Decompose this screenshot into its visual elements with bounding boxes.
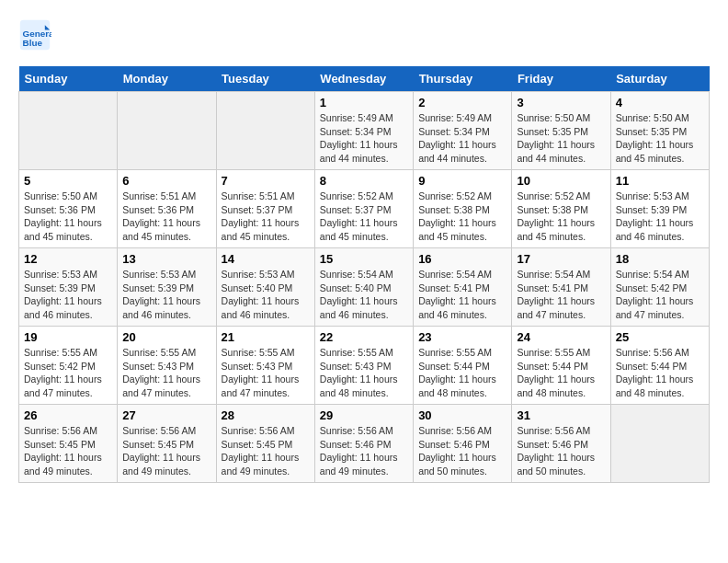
day-number: 27 xyxy=(122,408,210,422)
day-cell xyxy=(216,92,314,170)
day-number: 19 xyxy=(24,330,112,344)
day-cell: 15Sunrise: 5:54 AM Sunset: 5:40 PM Dayli… xyxy=(314,248,413,327)
day-info: Sunrise: 5:50 AM Sunset: 5:35 PM Dayligh… xyxy=(517,111,605,166)
day-cell: 1Sunrise: 5:49 AM Sunset: 5:34 PM Daylig… xyxy=(314,92,413,170)
day-info: Sunrise: 5:52 AM Sunset: 5:38 PM Dayligh… xyxy=(418,190,506,244)
day-info: Sunrise: 5:49 AM Sunset: 5:34 PM Dayligh… xyxy=(320,111,408,166)
day-cell: 24Sunrise: 5:55 AM Sunset: 5:44 PM Dayli… xyxy=(512,327,610,405)
day-number: 24 xyxy=(517,330,605,344)
day-header-tuesday: Tuesday xyxy=(216,66,314,92)
day-cell: 2Sunrise: 5:49 AM Sunset: 5:34 PM Daylig… xyxy=(414,92,512,170)
day-info: Sunrise: 5:53 AM Sunset: 5:39 PM Dayligh… xyxy=(616,190,704,244)
day-number: 11 xyxy=(616,174,704,188)
day-cell xyxy=(19,92,118,170)
day-info: Sunrise: 5:53 AM Sunset: 5:39 PM Dayligh… xyxy=(122,268,210,322)
day-cell: 20Sunrise: 5:55 AM Sunset: 5:43 PM Dayli… xyxy=(118,327,216,405)
day-cell: 28Sunrise: 5:56 AM Sunset: 5:45 PM Dayli… xyxy=(216,405,314,483)
day-info: Sunrise: 5:49 AM Sunset: 5:34 PM Dayligh… xyxy=(418,111,506,166)
day-cell: 19Sunrise: 5:55 AM Sunset: 5:42 PM Dayli… xyxy=(19,327,118,405)
day-header-friday: Friday xyxy=(512,66,610,92)
day-info: Sunrise: 5:54 AM Sunset: 5:41 PM Dayligh… xyxy=(418,268,506,322)
day-header-sunday: Sunday xyxy=(19,66,118,92)
week-row-3: 12Sunrise: 5:53 AM Sunset: 5:39 PM Dayli… xyxy=(19,248,710,327)
day-number: 30 xyxy=(418,408,506,422)
day-info: Sunrise: 5:50 AM Sunset: 5:36 PM Dayligh… xyxy=(24,190,112,244)
svg-text:Blue: Blue xyxy=(23,38,43,48)
day-info: Sunrise: 5:51 AM Sunset: 5:36 PM Dayligh… xyxy=(122,190,210,244)
day-cell: 4Sunrise: 5:50 AM Sunset: 5:35 PM Daylig… xyxy=(610,92,709,170)
day-cell: 17Sunrise: 5:54 AM Sunset: 5:41 PM Dayli… xyxy=(512,248,610,327)
day-info: Sunrise: 5:55 AM Sunset: 5:44 PM Dayligh… xyxy=(517,346,605,400)
day-cell: 10Sunrise: 5:52 AM Sunset: 5:38 PM Dayli… xyxy=(512,170,610,248)
day-info: Sunrise: 5:52 AM Sunset: 5:38 PM Dayligh… xyxy=(517,190,605,244)
day-info: Sunrise: 5:54 AM Sunset: 5:40 PM Dayligh… xyxy=(320,268,408,322)
page-header: General Blue xyxy=(18,18,710,52)
day-number: 4 xyxy=(616,96,704,109)
day-header-thursday: Thursday xyxy=(414,66,512,92)
day-info: Sunrise: 5:55 AM Sunset: 5:43 PM Dayligh… xyxy=(122,346,210,400)
day-info: Sunrise: 5:54 AM Sunset: 5:41 PM Dayligh… xyxy=(517,268,605,322)
days-header-row: SundayMondayTuesdayWednesdayThursdayFrid… xyxy=(19,66,710,92)
day-cell: 13Sunrise: 5:53 AM Sunset: 5:39 PM Dayli… xyxy=(118,248,216,327)
day-info: Sunrise: 5:56 AM Sunset: 5:46 PM Dayligh… xyxy=(320,424,408,478)
day-cell: 31Sunrise: 5:56 AM Sunset: 5:46 PM Dayli… xyxy=(512,405,610,483)
day-cell: 11Sunrise: 5:53 AM Sunset: 5:39 PM Dayli… xyxy=(610,170,709,248)
day-cell: 26Sunrise: 5:56 AM Sunset: 5:45 PM Dayli… xyxy=(19,405,118,483)
day-number: 8 xyxy=(320,174,408,188)
day-number: 7 xyxy=(222,174,310,188)
week-row-5: 26Sunrise: 5:56 AM Sunset: 5:45 PM Dayli… xyxy=(19,405,710,483)
day-number: 15 xyxy=(320,252,408,266)
day-number: 3 xyxy=(517,96,605,109)
day-number: 31 xyxy=(517,408,605,422)
day-info: Sunrise: 5:50 AM Sunset: 5:35 PM Dayligh… xyxy=(616,111,704,166)
day-cell: 14Sunrise: 5:53 AM Sunset: 5:40 PM Dayli… xyxy=(216,248,314,327)
calendar-table: SundayMondayTuesdayWednesdayThursdayFrid… xyxy=(18,66,710,483)
day-number: 6 xyxy=(122,174,210,188)
day-number: 28 xyxy=(222,408,310,422)
day-info: Sunrise: 5:56 AM Sunset: 5:45 PM Dayligh… xyxy=(222,424,310,478)
day-number: 25 xyxy=(616,330,704,344)
day-cell: 21Sunrise: 5:55 AM Sunset: 5:43 PM Dayli… xyxy=(216,327,314,405)
day-info: Sunrise: 5:53 AM Sunset: 5:40 PM Dayligh… xyxy=(222,268,310,322)
day-header-monday: Monday xyxy=(118,66,216,92)
day-cell: 25Sunrise: 5:56 AM Sunset: 5:44 PM Dayli… xyxy=(610,327,709,405)
week-row-2: 5Sunrise: 5:50 AM Sunset: 5:36 PM Daylig… xyxy=(19,170,710,248)
day-number: 9 xyxy=(418,174,506,188)
day-cell: 5Sunrise: 5:50 AM Sunset: 5:36 PM Daylig… xyxy=(19,170,118,248)
day-info: Sunrise: 5:55 AM Sunset: 5:43 PM Dayligh… xyxy=(320,346,408,400)
day-cell: 8Sunrise: 5:52 AM Sunset: 5:37 PM Daylig… xyxy=(314,170,413,248)
day-cell: 7Sunrise: 5:51 AM Sunset: 5:37 PM Daylig… xyxy=(216,170,314,248)
day-number: 18 xyxy=(616,252,704,266)
day-header-wednesday: Wednesday xyxy=(314,66,413,92)
day-info: Sunrise: 5:56 AM Sunset: 5:44 PM Dayligh… xyxy=(616,346,704,400)
day-cell xyxy=(610,405,709,483)
day-info: Sunrise: 5:54 AM Sunset: 5:42 PM Dayligh… xyxy=(616,268,704,322)
day-number: 23 xyxy=(418,330,506,344)
day-info: Sunrise: 5:55 AM Sunset: 5:43 PM Dayligh… xyxy=(222,346,310,400)
day-info: Sunrise: 5:56 AM Sunset: 5:46 PM Dayligh… xyxy=(517,424,605,478)
day-info: Sunrise: 5:53 AM Sunset: 5:39 PM Dayligh… xyxy=(24,268,112,322)
day-number: 14 xyxy=(222,252,310,266)
day-number: 22 xyxy=(320,330,408,344)
day-header-saturday: Saturday xyxy=(610,66,709,92)
week-row-1: 1Sunrise: 5:49 AM Sunset: 5:34 PM Daylig… xyxy=(19,92,710,170)
day-number: 21 xyxy=(222,330,310,344)
day-info: Sunrise: 5:51 AM Sunset: 5:37 PM Dayligh… xyxy=(222,190,310,244)
day-cell: 9Sunrise: 5:52 AM Sunset: 5:38 PM Daylig… xyxy=(414,170,512,248)
day-number: 5 xyxy=(24,174,112,188)
day-number: 12 xyxy=(24,252,112,266)
day-cell: 3Sunrise: 5:50 AM Sunset: 5:35 PM Daylig… xyxy=(512,92,610,170)
day-number: 20 xyxy=(122,330,210,344)
logo-icon: General Blue xyxy=(18,18,51,52)
day-cell: 27Sunrise: 5:56 AM Sunset: 5:45 PM Dayli… xyxy=(118,405,216,483)
day-number: 10 xyxy=(517,174,605,188)
day-cell: 18Sunrise: 5:54 AM Sunset: 5:42 PM Dayli… xyxy=(610,248,709,327)
day-number: 13 xyxy=(122,252,210,266)
day-cell: 22Sunrise: 5:55 AM Sunset: 5:43 PM Dayli… xyxy=(314,327,413,405)
day-cell: 6Sunrise: 5:51 AM Sunset: 5:36 PM Daylig… xyxy=(118,170,216,248)
day-info: Sunrise: 5:55 AM Sunset: 5:44 PM Dayligh… xyxy=(418,346,506,400)
day-number: 17 xyxy=(517,252,605,266)
day-info: Sunrise: 5:56 AM Sunset: 5:45 PM Dayligh… xyxy=(24,424,112,478)
logo: General Blue xyxy=(18,18,55,52)
day-cell xyxy=(118,92,216,170)
